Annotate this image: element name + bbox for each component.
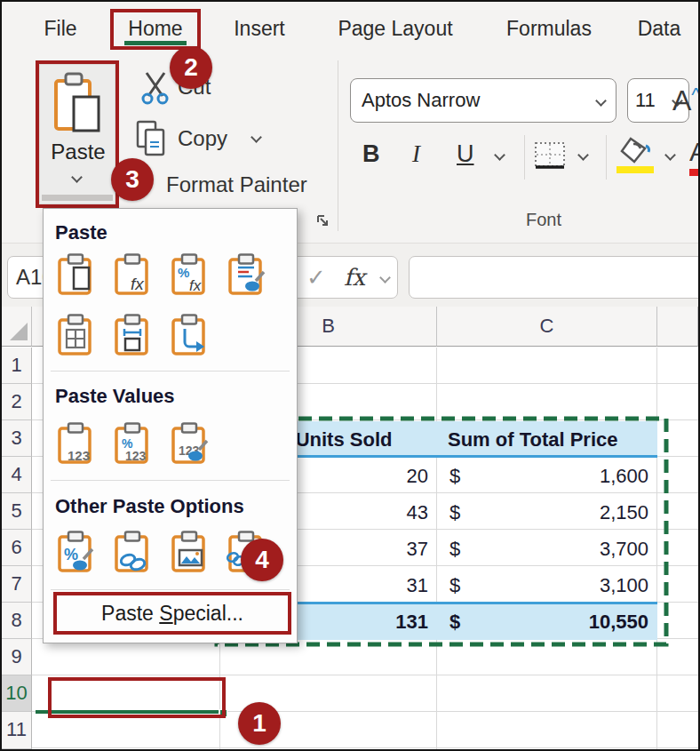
paste-link-icon[interactable] (113, 531, 152, 573)
tab-formulas[interactable]: Formulas (499, 9, 599, 48)
formatting-icon[interactable]: % (56, 531, 95, 573)
tab-data[interactable]: Data (632, 9, 686, 48)
column-header-d[interactable] (657, 307, 698, 347)
fx-chevron-icon[interactable] (379, 272, 391, 284)
paste-values-icon[interactable]: 123 (56, 422, 95, 465)
font-group-separator-2 (606, 135, 607, 180)
select-all-corner[interactable] (2, 307, 32, 347)
bold-button[interactable]: B (362, 140, 380, 168)
font-name-chevron-icon (595, 95, 607, 107)
cell-a10-annotation-box[interactable] (48, 677, 226, 718)
paste-formulas-number-formatting-icon[interactable]: %fx (170, 253, 209, 296)
borders-button-icon[interactable] (533, 140, 569, 172)
values-source-formatting-icon[interactable]: 123 (170, 422, 209, 465)
grow-font-button[interactable]: A^ (672, 84, 700, 117)
other-paste-options-section-title: Other Paste Options (55, 495, 244, 518)
paste-section-title: Paste (55, 221, 107, 244)
callout-badge-4: 4 (241, 539, 283, 581)
underline-button[interactable]: U (457, 140, 474, 168)
paste-special-menu-item[interactable]: Paste Special... (53, 592, 291, 635)
clipboard-dialog-launcher-icon[interactable] (315, 213, 331, 229)
paste-no-borders-icon[interactable] (56, 314, 95, 356)
paste-split-button[interactable]: Paste (39, 64, 115, 204)
underline-chevron-icon[interactable] (494, 149, 505, 161)
font-size-value: 11 (635, 89, 656, 112)
transpose-icon[interactable] (170, 314, 209, 356)
tab-page-layout[interactable]: Page Layout (329, 9, 462, 48)
font-name-combo[interactable]: Aptos Narrow (350, 78, 616, 123)
callout-badge-1: 1 (238, 702, 281, 745)
excel-window: File Home Insert Page Layout Formulas Da… (0, 0, 700, 751)
row-header-11[interactable]: 11 (2, 712, 32, 749)
active-tab-underline (124, 41, 187, 45)
paste-button-pressed-strip (42, 195, 113, 201)
copy-button[interactable]: Copy (178, 126, 227, 151)
svg-text:fx: fx (131, 275, 145, 293)
callout-badge-3: 3 (111, 158, 154, 201)
keep-source-column-widths-icon[interactable] (113, 314, 152, 356)
menu-separator-2 (51, 480, 290, 481)
paste-button-label: Paste (40, 140, 116, 164)
tab-file[interactable]: File (36, 9, 85, 48)
svg-text:fx: fx (189, 277, 202, 294)
font-color-swatch (689, 169, 700, 176)
row-header-5[interactable]: 5 (2, 493, 32, 530)
tab-insert[interactable]: Insert (228, 9, 290, 48)
tab-home[interactable]: Home (114, 12, 197, 44)
paste-icon[interactable] (56, 253, 95, 296)
row-header-4[interactable]: 4 (2, 457, 32, 493)
svg-text:123: 123 (125, 449, 147, 463)
borders-chevron-icon[interactable] (577, 149, 589, 161)
enter-checkmark-icon[interactable]: ✓ (306, 264, 326, 291)
insert-function-icon[interactable]: fx (344, 264, 365, 291)
cut-icon[interactable] (140, 69, 171, 105)
row-header-10[interactable]: 10 (2, 675, 32, 712)
callout-badge-2: 2 (170, 46, 212, 89)
group-separator (338, 60, 338, 231)
row-header-8[interactable]: 8 (2, 603, 32, 639)
row-header-7[interactable]: 7 (2, 566, 32, 603)
paste-special-label: Paste Special... (101, 602, 243, 626)
keep-source-formatting-icon[interactable] (227, 253, 266, 296)
menu-separator (51, 371, 290, 372)
select-all-triangle-icon (10, 323, 28, 340)
fill-color-swatch[interactable] (616, 166, 654, 173)
paste-values-section-title: Paste Values (55, 385, 175, 408)
menu-separator-3 (51, 589, 290, 590)
svg-text:123: 123 (68, 448, 90, 463)
paste-clipboard-icon (52, 72, 104, 140)
svg-text:%: % (64, 546, 78, 563)
row-header-9[interactable]: 9 (2, 639, 32, 675)
format-painter-button[interactable]: Format Painter (166, 172, 307, 197)
row-header-6[interactable]: 6 (2, 530, 32, 566)
paste-dropdown-chevron-icon[interactable] (71, 172, 83, 183)
italic-button[interactable]: I (412, 140, 420, 168)
values-number-formatting-icon[interactable]: %123 (113, 422, 152, 465)
font-color-button[interactable]: A (689, 137, 700, 180)
svg-text:%: % (178, 265, 189, 280)
row-header-2[interactable]: 2 (2, 384, 32, 420)
column-header-c[interactable]: C (437, 307, 657, 347)
paste-formulas-icon[interactable]: fx (113, 253, 152, 296)
home-tab-annotation-box: Home (110, 9, 201, 50)
paste-picture-icon[interactable] (170, 531, 209, 573)
row-header-1[interactable]: 1 (2, 348, 32, 384)
fill-color-chevron-icon[interactable] (664, 149, 676, 161)
row-header-3[interactable]: 3 (2, 420, 32, 457)
formula-input[interactable] (409, 256, 700, 299)
font-name-value: Aptos Narrow (362, 89, 480, 112)
copy-dropdown-chevron-icon[interactable] (251, 132, 262, 143)
font-group-separator (524, 135, 525, 180)
copy-icon[interactable] (135, 119, 171, 158)
font-group-label: Font (499, 210, 588, 230)
paste-button-annotation-box: Paste (36, 60, 119, 208)
fill-color-button-icon[interactable] (616, 135, 656, 165)
